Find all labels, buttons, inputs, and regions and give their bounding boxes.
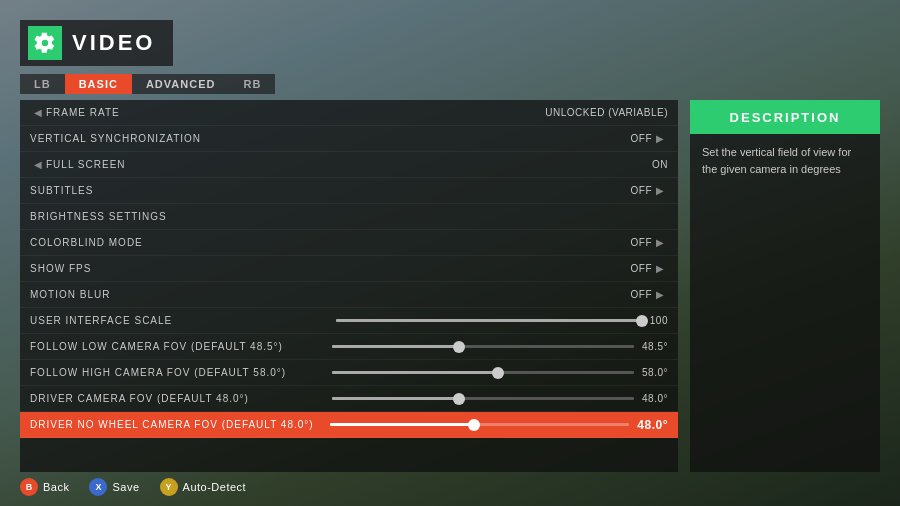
setting-label: DRIVER CAMERA FOV (DEFAULT 48.0°) [30, 393, 332, 404]
tab-lb[interactable]: LB [20, 74, 65, 94]
slider-fill [336, 319, 642, 322]
title-box: VIDEO [20, 20, 173, 66]
auto-detect-label: Auto-Detect [183, 481, 247, 493]
arrow-right-icon: ▶ [652, 263, 668, 274]
auto-detect-button[interactable]: Y Auto-Detect [160, 478, 247, 496]
tab-advanced[interactable]: ADVANCED [132, 74, 230, 94]
tab-basic[interactable]: BASIC [65, 74, 132, 94]
setting-value: ON [652, 159, 668, 170]
save-button[interactable]: X Save [89, 478, 139, 496]
setting-value: 58.0° [642, 367, 668, 378]
setting-label: SHOW FPS [30, 263, 623, 274]
tab-rb[interactable]: RB [229, 74, 275, 94]
arrow-right-icon: ▶ [652, 185, 668, 196]
slider-thumb[interactable] [492, 367, 504, 379]
gear-icon-box [28, 26, 62, 60]
setting-value: OFF [631, 237, 653, 248]
description-header: DESCRIPTION [690, 100, 880, 134]
setting-value: 48.5° [642, 341, 668, 352]
setting-value: 48.0° [642, 393, 668, 404]
back-label: Back [43, 481, 69, 493]
setting-row-motion-blur[interactable]: MOTION BLUR OFF ▶ [20, 282, 678, 308]
b-button-icon: B [20, 478, 38, 496]
setting-row-vertical-sync[interactable]: VERTICAL SYNCHRONIZATION OFF ▶ [20, 126, 678, 152]
setting-label: COLORBLIND MODE [30, 237, 623, 248]
slider-track[interactable] [330, 423, 630, 426]
setting-value: OFF [631, 289, 653, 300]
slider-track[interactable] [332, 371, 634, 374]
slider-thumb[interactable] [636, 315, 648, 327]
setting-row-subtitles[interactable]: SUBTITLES OFF ▶ [20, 178, 678, 204]
setting-label: VERTICAL SYNCHRONIZATION [30, 133, 623, 144]
slider-fill [330, 423, 474, 426]
page-title: VIDEO [72, 30, 155, 56]
setting-row-frame-rate[interactable]: ◀ FRAME RATE UNLOCKED (VARIABLE) [20, 100, 678, 126]
setting-label: USER INTERFACE SCALE [30, 315, 336, 326]
description-text: Set the vertical field of view for the g… [702, 144, 868, 177]
setting-label: FRAME RATE [46, 107, 537, 118]
slider-track[interactable] [336, 319, 642, 322]
description-body: Set the vertical field of view for the g… [690, 134, 880, 472]
setting-label: BRIGHTNESS SETTINGS [30, 211, 668, 222]
description-panel: DESCRIPTION Set the vertical field of vi… [690, 100, 880, 472]
back-button[interactable]: B Back [20, 478, 69, 496]
setting-value: UNLOCKED (VARIABLE) [545, 107, 668, 118]
setting-label: FULL SCREEN [46, 159, 644, 170]
save-label: Save [112, 481, 139, 493]
arrow-left-icon: ◀ [30, 107, 46, 118]
slider-thumb[interactable] [453, 341, 465, 353]
header: VIDEO [20, 20, 880, 66]
setting-value: OFF [631, 185, 653, 196]
gear-icon [34, 32, 56, 54]
tabs-bar: LB BASIC ADVANCED RB [20, 74, 880, 94]
slider-fill [332, 397, 459, 400]
setting-row-follow-low-fov[interactable]: FOLLOW LOW CAMERA FOV (DEFAULT 48.5°) 48… [20, 334, 678, 360]
setting-label: SUBTITLES [30, 185, 623, 196]
setting-label: DRIVER NO WHEEL CAMERA FOV (DEFAULT 48.0… [30, 419, 330, 430]
setting-row-driver-no-wheel-fov[interactable]: DRIVER NO WHEEL CAMERA FOV (DEFAULT 48.0… [20, 412, 678, 438]
setting-label: FOLLOW HIGH CAMERA FOV (DEFAULT 58.0°) [30, 367, 332, 378]
description-header-text: DESCRIPTION [730, 110, 841, 125]
slider-container [332, 371, 634, 374]
setting-label: FOLLOW LOW CAMERA FOV (DEFAULT 48.5°) [30, 341, 332, 352]
x-button-icon: X [89, 478, 107, 496]
setting-row-colorblind[interactable]: COLORBLIND MODE OFF ▶ [20, 230, 678, 256]
setting-row-follow-high-fov[interactable]: FOLLOW HIGH CAMERA FOV (DEFAULT 58.0°) 5… [20, 360, 678, 386]
slider-fill [332, 371, 498, 374]
setting-row-full-screen[interactable]: ◀ FULL SCREEN ON [20, 152, 678, 178]
ui-container: VIDEO LB BASIC ADVANCED RB ◀ FRAME RATE … [0, 0, 900, 506]
slider-track[interactable] [332, 345, 634, 348]
slider-track[interactable] [332, 397, 634, 400]
slider-container [330, 423, 630, 426]
arrow-right-icon: ▶ [652, 289, 668, 300]
slider-thumb[interactable] [468, 419, 480, 431]
main-content: ◀ FRAME RATE UNLOCKED (VARIABLE) VERTICA… [20, 100, 880, 472]
y-button-icon: Y [160, 478, 178, 496]
footer: B Back X Save Y Auto-Detect [20, 472, 880, 496]
slider-container [332, 345, 634, 348]
settings-panel: ◀ FRAME RATE UNLOCKED (VARIABLE) VERTICA… [20, 100, 678, 472]
arrow-right-icon: ▶ [652, 237, 668, 248]
arrow-right-icon: ▶ [652, 133, 668, 144]
setting-row-ui-scale[interactable]: USER INTERFACE SCALE 100 [20, 308, 678, 334]
setting-row-brightness[interactable]: BRIGHTNESS SETTINGS [20, 204, 678, 230]
slider-fill [332, 345, 459, 348]
setting-value: 100 [650, 315, 668, 326]
setting-value: 48.0° [637, 418, 668, 432]
setting-value: OFF [631, 263, 653, 274]
arrow-left-icon: ◀ [30, 159, 46, 170]
setting-label: MOTION BLUR [30, 289, 623, 300]
slider-thumb[interactable] [453, 393, 465, 405]
setting-value: OFF [631, 133, 653, 144]
setting-row-driver-fov[interactable]: DRIVER CAMERA FOV (DEFAULT 48.0°) 48.0° [20, 386, 678, 412]
slider-container [336, 319, 642, 322]
slider-container [332, 397, 634, 400]
setting-row-show-fps[interactable]: SHOW FPS OFF ▶ [20, 256, 678, 282]
